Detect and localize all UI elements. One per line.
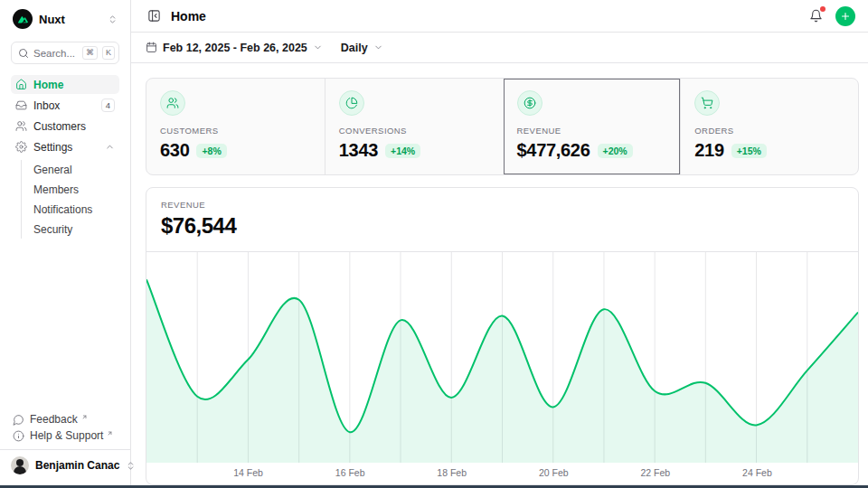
feedback-link[interactable]: Feedback (11, 413, 119, 426)
dollar-circle-icon (517, 90, 542, 116)
delta-badge: +14% (385, 144, 420, 158)
help-support-link[interactable]: Help & Support (11, 429, 119, 442)
home-icon (15, 79, 27, 90)
inbox-icon (15, 99, 27, 111)
sidebar-subitem-general[interactable]: General (30, 160, 119, 179)
sidebar-item-customers[interactable]: Customers (11, 117, 119, 136)
help-support-label: Help & Support (30, 429, 103, 442)
sidebar-subitem-members[interactable]: Members (30, 180, 119, 199)
search-placeholder: Search... (33, 48, 78, 59)
avatar (11, 456, 29, 474)
delta-badge: +8% (196, 144, 226, 158)
team-selector[interactable]: Nuxt (11, 8, 119, 30)
collapse-sidebar-button[interactable] (146, 7, 163, 24)
users-icon (160, 90, 185, 116)
chevron-down-icon (373, 42, 383, 52)
external-link-icon (107, 430, 113, 436)
stat-label: ORDERS (694, 126, 844, 136)
app-window: Nuxt Search... ⌘ K Home (0, 0, 868, 485)
pie-chart-icon (339, 90, 364, 116)
chevrons-up-down-icon (108, 14, 118, 24)
kbd-k: K (102, 46, 115, 60)
sidebar-item-label: Customers (33, 120, 115, 133)
stat-value: 630 (160, 140, 189, 161)
stats-group: CUSTOMERS 630 +8% CONVERSIONS 1343 +14% (146, 78, 859, 175)
notifications-button[interactable] (807, 7, 825, 24)
sidebar-item-label: Inbox (33, 99, 95, 112)
sidebar-footer: Feedback Help & Support (11, 413, 119, 449)
x-axis: 14 Feb 16 Feb 18 Feb 20 Feb 22 Feb 24 Fe… (146, 463, 858, 484)
sidebar-nav: Home Inbox 4 Customers Settings (11, 75, 119, 240)
stat-label: CUSTOMERS (160, 126, 311, 136)
settings-sub-list: General Members Notifications Security (21, 160, 119, 239)
search-icon (18, 48, 29, 59)
search-input[interactable]: Search... ⌘ K (11, 42, 119, 64)
sidebar-spacer (11, 240, 119, 413)
stat-card-conversions[interactable]: CONVERSIONS 1343 +14% (325, 79, 503, 174)
chart-header: REVENUE $76,544 (146, 188, 858, 252)
stat-card-customers[interactable]: CUSTOMERS 630 +8% (146, 79, 325, 174)
x-axis-label: 16 Feb (335, 467, 365, 478)
feedback-label: Feedback (30, 413, 78, 426)
delta-badge: +15% (731, 144, 767, 158)
gear-icon (15, 141, 27, 153)
chat-bubble-icon (13, 414, 24, 426)
stat-card-revenue[interactable]: REVENUE $477,626 +20% (503, 79, 681, 174)
sidebar-subitem-security[interactable]: Security (30, 220, 119, 239)
notification-dot (820, 6, 826, 12)
main-area: Home Feb 12, 2025 - Feb 26, 2025 (131, 0, 868, 485)
sidebar-item-settings[interactable]: Settings (11, 137, 119, 156)
sidebar-item-inbox[interactable]: Inbox 4 (11, 96, 119, 115)
sidebar-item-label: Home (33, 79, 115, 91)
cart-icon (694, 90, 720, 116)
chevron-down-icon (313, 42, 323, 52)
delta-badge: +20% (598, 144, 633, 158)
sidebar-subitem-notifications[interactable]: Notifications (30, 200, 119, 219)
sidebar: Nuxt Search... ⌘ K Home (0, 0, 131, 485)
stat-value: $477,626 (517, 140, 590, 161)
stat-value: 1343 (339, 140, 378, 161)
page-title: Home (171, 9, 206, 23)
users-icon (15, 120, 27, 132)
chart-metric-label: REVENUE (161, 200, 844, 210)
x-axis-label: 24 Feb (742, 467, 772, 478)
external-link-icon (81, 414, 88, 420)
chart-body[interactable]: 14 Feb 16 Feb 18 Feb 20 Feb 22 Feb 24 Fe… (146, 252, 858, 484)
inbox-count-badge: 4 (101, 99, 115, 112)
x-axis-label: 18 Feb (437, 467, 467, 478)
date-range-label: Feb 12, 2025 - Feb 26, 2025 (163, 42, 307, 54)
nuxt-logo-icon (13, 9, 33, 29)
topbar: Home (131, 0, 868, 33)
stat-label: REVENUE (517, 126, 667, 136)
chevron-up-icon (105, 142, 115, 152)
stat-label: CONVERSIONS (339, 126, 489, 136)
filter-toolbar: Feb 12, 2025 - Feb 26, 2025 Daily (131, 33, 868, 63)
sidebar-item-label: Settings (33, 141, 99, 154)
revenue-chart-svg (146, 252, 858, 463)
calendar-icon (146, 42, 157, 53)
dashboard-content: CUSTOMERS 630 +8% CONVERSIONS 1343 +14% (131, 63, 868, 485)
revenue-chart-panel: REVENUE $76,544 14 Feb 16 Feb 18 Feb 20 … (146, 187, 859, 485)
period-select[interactable]: Daily (341, 42, 383, 54)
info-circle-icon (13, 430, 24, 442)
date-range-picker[interactable]: Feb 12, 2025 - Feb 26, 2025 (146, 42, 323, 54)
stat-card-orders[interactable]: ORDERS 219 +15% (680, 79, 858, 174)
period-label: Daily (341, 42, 368, 54)
stat-value: 219 (694, 140, 723, 161)
x-axis-label: 22 Feb (640, 467, 670, 478)
add-button[interactable] (835, 6, 855, 26)
user-menu[interactable]: Benjamin Canac (0, 449, 130, 480)
chart-metric-value: $76,544 (161, 213, 844, 239)
user-name: Benjamin Canac (35, 459, 119, 472)
x-axis-label: 20 Feb (539, 467, 569, 478)
sidebar-item-home[interactable]: Home (11, 75, 119, 94)
team-name: Nuxt (39, 13, 101, 26)
x-axis-label: 14 Feb (233, 467, 263, 478)
kbd-cmd: ⌘ (82, 46, 98, 60)
